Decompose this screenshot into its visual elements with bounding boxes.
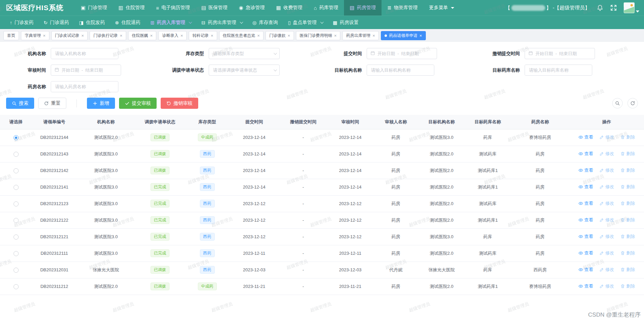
删除-action-link[interactable]: 删除 [620, 283, 635, 289]
tab-药房出库管理[interactable]: 药房出库管理× [342, 31, 379, 40]
tab-close-icon[interactable]: × [372, 33, 375, 38]
sub-nav-item-住院退药[interactable]: ⊗住院退药 [110, 16, 145, 29]
查看-action-link[interactable]: 查看 [578, 250, 593, 256]
search-button[interactable]: 搜索 [6, 98, 34, 109]
submit-time-daterange[interactable]: 开始日期-结束日期 [367, 48, 437, 59]
tab-close-icon[interactable]: × [150, 33, 153, 38]
target-org-name-input[interactable] [367, 65, 434, 75]
sub-nav-item-门诊发药[interactable]: ↑门诊发药 [5, 16, 39, 29]
sub-nav-item-药房设置[interactable]: ▩药房设置 [328, 16, 364, 29]
top-nav-item-药库管理[interactable]: ⌂药库管理 [308, 0, 344, 16]
top-nav-item-医保管理[interactable]: ▤医保管理 [196, 0, 233, 16]
查看-action-link[interactable]: 查看 [578, 267, 593, 273]
tab-close-icon[interactable]: × [211, 33, 213, 38]
修改-action-link[interactable]: 修改 [599, 283, 614, 289]
tab-close-icon[interactable]: × [82, 33, 84, 38]
row-radio[interactable] [14, 251, 19, 256]
查看-action-link[interactable]: 查看 [578, 233, 593, 240]
row-radio[interactable] [14, 218, 19, 223]
查看-action-link[interactable]: 查看 [578, 167, 593, 173]
修改-action-link[interactable]: 修改 [599, 134, 614, 140]
audit-time-daterange[interactable]: 开始日期-结束日期 [51, 65, 121, 76]
revoke-audit-button[interactable]: 撤销审核 [161, 98, 198, 109]
top-nav-item-住院管理[interactable]: ▥住院管理 [113, 0, 150, 16]
user-avatar[interactable] [624, 2, 639, 13]
查看-action-link[interactable]: 查看 [578, 283, 593, 289]
删除-action-link[interactable]: 删除 [620, 233, 635, 240]
submit-audit-button[interactable]: 提交审核 [119, 98, 157, 109]
查看-action-link[interactable]: 查看 [578, 200, 593, 206]
top-nav-item-急诊管理[interactable]: ◉急诊管理 [233, 0, 270, 16]
sub-nav-item-药房出库管理[interactable]: ⊟药房出库管理 [196, 16, 247, 29]
top-nav-item-药房管理[interactable]: ▧药房管理 [344, 0, 382, 16]
查看-action-link[interactable]: 查看 [578, 134, 593, 140]
row-radio[interactable] [14, 135, 19, 140]
tab-close-icon[interactable]: × [257, 33, 260, 38]
tab-门诊皮试记录[interactable]: 门诊皮试记录× [51, 31, 88, 40]
删除-action-link[interactable]: 删除 [620, 267, 635, 273]
top-nav-item-门诊管理[interactable]: ▣门诊管理 [75, 0, 113, 16]
tab-close-icon[interactable]: × [120, 33, 122, 38]
删除-action-link[interactable]: 删除 [620, 184, 635, 190]
tab-close-icon[interactable]: × [180, 33, 183, 38]
tab-住院医生患者总览[interactable]: 住院医生患者总览× [219, 31, 264, 40]
删除-action-link[interactable]: 删除 [620, 217, 635, 223]
tab-转科记录[interactable]: 转科记录× [189, 31, 217, 40]
tab-首页[interactable]: 首页 [3, 31, 19, 40]
row-radio[interactable] [14, 284, 19, 289]
row-radio[interactable] [14, 201, 19, 206]
删除-action-link[interactable]: 删除 [620, 200, 635, 206]
tab-住院医嘱[interactable]: 住院医嘱× [128, 31, 157, 40]
fullscreen-icon[interactable] [610, 4, 617, 11]
修改-action-link[interactable]: 修改 [599, 250, 614, 256]
row-radio[interactable] [14, 168, 19, 173]
sub-nav-item-住院发药[interactable]: ◨住院发药 [74, 16, 110, 29]
row-radio[interactable] [14, 235, 19, 240]
pharmacy-name-input[interactable] [51, 81, 118, 92]
tab-药品请领单申请[interactable]: 药品请领单申请× [381, 31, 426, 40]
修改-action-link[interactable]: 修改 [599, 151, 614, 157]
row-radio[interactable] [14, 268, 19, 273]
reset-button[interactable]: 重置 [38, 98, 66, 109]
toggle-search-icon[interactable] [612, 98, 623, 108]
org-name-input[interactable] [51, 48, 118, 59]
查看-action-link[interactable]: 查看 [578, 151, 593, 157]
transfer-status-select[interactable]: 请选择调拨申请单状态 [209, 65, 280, 76]
sub-nav-item-药房入库管理[interactable]: ⊞药房入库管理 [145, 16, 197, 29]
top-nav-item-电子病历管理[interactable]: ≡电子病历管理 [150, 0, 196, 16]
修改-action-link[interactable]: 修改 [599, 184, 614, 190]
查看-action-link[interactable]: 查看 [578, 184, 593, 190]
tab-门诊缴款[interactable]: 门诊缴款× [266, 31, 294, 40]
删除-action-link[interactable]: 删除 [620, 151, 635, 157]
target-store-name-input[interactable] [525, 65, 592, 75]
删除-action-link[interactable]: 删除 [620, 250, 635, 256]
修改-action-link[interactable]: 修改 [599, 267, 614, 273]
修改-action-link[interactable]: 修改 [599, 217, 614, 223]
修改-action-link[interactable]: 修改 [599, 167, 614, 173]
修改-action-link[interactable]: 修改 [599, 233, 614, 240]
tab-医保门诊费用明细[interactable]: 医保门诊费用明细× [296, 31, 341, 40]
notification-bell-icon[interactable] [597, 4, 603, 11]
stock-type-select[interactable]: 请选择库存类型 [209, 48, 280, 59]
refresh-table-icon[interactable] [627, 98, 638, 108]
revoke-submit-time-daterange[interactable]: 开始日期-结束日期 [525, 48, 595, 59]
tab-门诊执行记录[interactable]: 门诊执行记录× [90, 31, 126, 40]
row-radio[interactable] [14, 152, 19, 157]
tab-诊断录入[interactable]: 诊断录入× [158, 31, 187, 40]
top-nav-more-menu[interactable]: 更多菜单 [423, 0, 460, 16]
top-nav-item-物资库管理[interactable]: ≣物资库管理 [382, 0, 423, 16]
tab-close-icon[interactable]: × [288, 33, 290, 38]
删除-action-link[interactable]: 删除 [620, 167, 635, 173]
row-radio[interactable] [14, 185, 19, 190]
sub-nav-item-库存查询[interactable]: ◎库存查询 [247, 16, 283, 29]
tab-close-icon[interactable]: × [419, 33, 422, 38]
修改-action-link[interactable]: 修改 [599, 200, 614, 206]
add-button[interactable]: 新增 [87, 98, 115, 109]
查看-action-link[interactable]: 查看 [578, 217, 593, 223]
tab-close-icon[interactable]: × [43, 33, 46, 38]
tab-close-icon[interactable]: × [334, 33, 337, 38]
tab-字典管理[interactable]: 字典管理× [21, 31, 49, 40]
删除-action-link[interactable]: 删除 [620, 134, 635, 140]
top-nav-item-收费管理[interactable]: ▦收费管理 [270, 0, 308, 16]
sub-nav-item-门诊退药[interactable]: ↻门诊退药 [39, 16, 74, 29]
